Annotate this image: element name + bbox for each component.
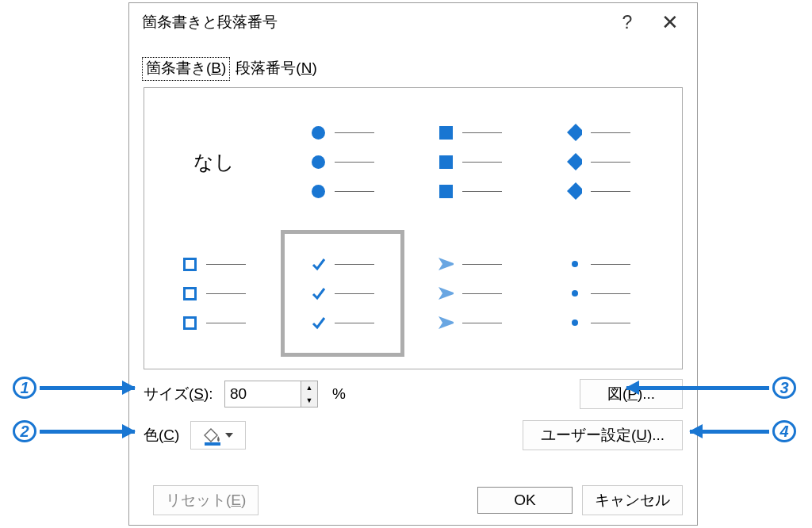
size-increment[interactable]: ▲ <box>301 381 317 394</box>
bullet-diamond-icon <box>567 155 582 170</box>
annotation-4: 4 <box>690 420 796 442</box>
bullet-row <box>567 125 630 140</box>
size-label-pre: サイズ( <box>144 385 193 402</box>
color-label-post: ) <box>174 427 179 443</box>
bullet-option-diamond[interactable] <box>537 98 661 225</box>
picture-label-pre: 図( <box>607 384 627 404</box>
bullet-row <box>439 257 502 272</box>
customize-button[interactable]: ユーザー設定(U)... <box>523 420 683 450</box>
bullet-row <box>182 257 246 272</box>
svg-rect-11 <box>184 317 195 328</box>
reset-button[interactable]: リセット(E) <box>153 485 259 515</box>
help-button[interactable]: ? <box>605 6 649 39</box>
bullet-line <box>591 323 630 323</box>
bullet-row <box>311 316 374 331</box>
customize-key: U <box>636 427 647 444</box>
bullet-option-none[interactable]: なし <box>152 98 276 225</box>
tab-bullets[interactable]: 箇条書き(B) <box>142 57 230 81</box>
bullet-row <box>567 316 630 331</box>
svg-point-2 <box>312 185 325 198</box>
svg-rect-18 <box>205 442 220 446</box>
controls-area: サイズ(S): ▲ ▼ % 図(P)... 色(C) <box>129 369 697 450</box>
svg-marker-14 <box>439 316 454 329</box>
color-key: C <box>163 427 174 443</box>
bullet-arrow-icon <box>439 257 454 272</box>
annotation-2: 2 <box>13 420 135 442</box>
bullet-line <box>335 293 374 294</box>
customize-label-post: )... <box>647 427 665 444</box>
size-input[interactable] <box>225 381 301 407</box>
arrow-icon <box>40 430 135 434</box>
bullet-row <box>567 257 630 272</box>
bullet-row <box>439 125 502 140</box>
bullet-row <box>567 184 630 199</box>
svg-point-17 <box>572 319 578 326</box>
bullet-option-square[interactable] <box>409 98 533 225</box>
annotation-3: 3 <box>626 377 796 399</box>
bullet-option-dot[interactable] <box>537 230 661 357</box>
titlebar: 箇条書きと段落番号 ? ✕ <box>129 3 697 41</box>
close-button[interactable]: ✕ <box>649 6 691 39</box>
svg-point-16 <box>572 290 578 297</box>
bullet-line <box>206 293 246 294</box>
size-decrement[interactable]: ▼ <box>301 394 317 407</box>
svg-rect-9 <box>184 258 195 270</box>
bullet-hollow-square-icon <box>182 286 197 301</box>
bullet-row <box>439 316 502 331</box>
bullet-check-icon <box>311 316 326 331</box>
bullet-line <box>591 132 630 133</box>
size-row: サイズ(S): ▲ ▼ % <box>144 379 413 409</box>
svg-point-15 <box>572 261 578 267</box>
bullet-square-icon <box>439 184 454 199</box>
tab-numbering[interactable]: 段落番号(N) <box>232 57 320 81</box>
bullet-check-icon <box>311 257 326 272</box>
tab-strip: 箇条書き(B) 段落番号(N) <box>129 41 697 81</box>
bullet-hollow-square-icon <box>182 257 197 272</box>
cancel-button[interactable]: キャンセル <box>582 485 683 515</box>
customize-label-pre: ユーザー設定( <box>541 425 636 446</box>
svg-point-0 <box>312 126 325 140</box>
bullet-circle-icon <box>311 125 326 140</box>
bullet-line <box>335 162 374 163</box>
tab-numbering-label-pre: 段落番号( <box>236 59 301 76</box>
bullet-square-icon <box>439 155 454 170</box>
annotation-number: 2 <box>13 420 36 442</box>
bullet-line <box>591 191 630 192</box>
tab-numbering-key: N <box>301 59 312 76</box>
annotation-1: 1 <box>13 377 135 399</box>
size-spinner[interactable]: ▲ ▼ <box>224 381 318 407</box>
bullet-row <box>567 286 630 301</box>
annotation-number: 1 <box>13 377 36 399</box>
bullet-line <box>206 264 246 265</box>
bullet-hollow-square-icon <box>182 316 197 331</box>
bullet-line <box>335 191 374 192</box>
bullet-arrow-icon <box>439 316 454 331</box>
arrow-icon <box>626 386 769 390</box>
bullet-line <box>591 293 630 294</box>
dropdown-caret-icon <box>225 433 233 438</box>
color-label-pre: 色( <box>144 427 163 443</box>
ok-button[interactable]: OK <box>477 487 573 514</box>
size-label-post: ): <box>204 385 213 402</box>
bullet-line <box>591 162 630 163</box>
bullet-option-circle[interactable] <box>281 98 404 225</box>
bullet-row <box>439 184 502 199</box>
color-picker-button[interactable] <box>190 421 246 450</box>
bullet-option-arrow[interactable] <box>409 230 533 357</box>
bullet-dot-icon <box>567 257 582 272</box>
bullet-line <box>462 323 502 323</box>
bullet-diamond-icon <box>567 184 582 199</box>
bullet-row <box>182 316 246 331</box>
none-label: なし <box>193 149 235 175</box>
bullet-row <box>439 155 502 170</box>
annotation-number: 3 <box>772 377 796 399</box>
reset-key: E <box>231 492 241 509</box>
bullet-option-hollow-square[interactable] <box>152 230 276 357</box>
bullet-option-check[interactable] <box>281 230 404 357</box>
bullet-square-icon <box>439 125 454 140</box>
bullet-line <box>335 264 374 265</box>
svg-marker-19 <box>225 433 233 438</box>
reset-label-post: ) <box>241 492 246 509</box>
svg-marker-7 <box>567 153 582 170</box>
bullet-check-icon <box>311 286 326 301</box>
